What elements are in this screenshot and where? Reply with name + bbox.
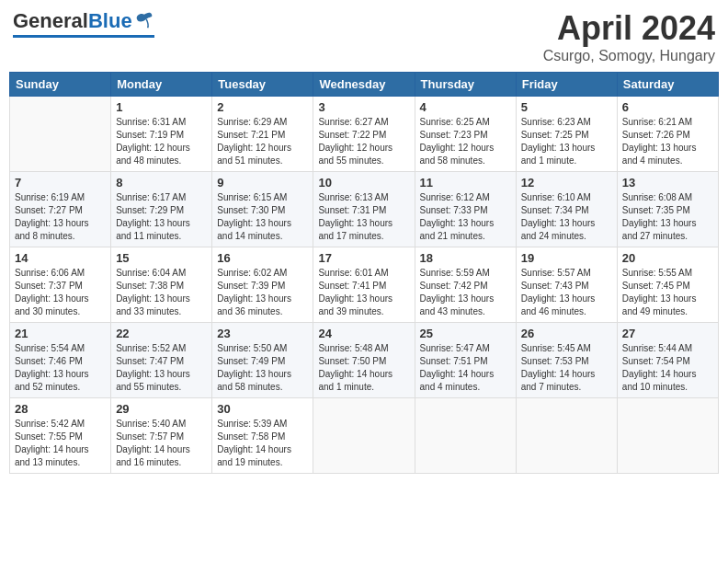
day-info: Sunrise: 6:31 AM Sunset: 7:19 PM Dayligh… bbox=[116, 116, 207, 167]
day-info: Sunrise: 6:25 AM Sunset: 7:23 PM Dayligh… bbox=[420, 116, 511, 167]
day-info: Sunrise: 5:40 AM Sunset: 7:57 PM Dayligh… bbox=[116, 418, 207, 469]
day-number: 10 bbox=[318, 176, 409, 190]
weekday-header-thursday: Thursday bbox=[415, 73, 516, 97]
day-number: 1 bbox=[116, 100, 207, 114]
day-number: 21 bbox=[15, 327, 106, 340]
day-info: Sunrise: 5:44 AM Sunset: 7:54 PM Dayligh… bbox=[622, 342, 713, 394]
day-number: 23 bbox=[217, 327, 308, 340]
day-number: 14 bbox=[15, 251, 106, 265]
day-number: 17 bbox=[318, 251, 409, 265]
calendar-table: SundayMondayTuesdayWednesdayThursdayFrid… bbox=[9, 72, 719, 474]
weekday-header-friday: Friday bbox=[516, 73, 617, 97]
day-info: Sunrise: 6:23 AM Sunset: 7:25 PM Dayligh… bbox=[521, 116, 612, 167]
day-info: Sunrise: 5:48 AM Sunset: 7:50 PM Dayligh… bbox=[318, 342, 409, 394]
day-info: Sunrise: 5:55 AM Sunset: 7:45 PM Dayligh… bbox=[622, 267, 713, 318]
weekday-header-saturday: Saturday bbox=[617, 73, 718, 97]
calendar-cell: 29Sunrise: 5:40 AM Sunset: 7:57 PM Dayli… bbox=[111, 398, 212, 474]
day-info: Sunrise: 5:45 AM Sunset: 7:53 PM Dayligh… bbox=[521, 342, 612, 394]
day-number: 15 bbox=[116, 251, 207, 265]
calendar-cell: 10Sunrise: 6:13 AM Sunset: 7:31 PM Dayli… bbox=[313, 172, 415, 247]
logo-bird-icon bbox=[134, 11, 154, 31]
day-number: 9 bbox=[217, 176, 308, 190]
day-info: Sunrise: 6:27 AM Sunset: 7:22 PM Dayligh… bbox=[318, 116, 409, 167]
calendar-cell: 13Sunrise: 6:08 AM Sunset: 7:35 PM Dayli… bbox=[617, 172, 718, 247]
day-number: 8 bbox=[116, 176, 207, 190]
calendar-cell: 23Sunrise: 5:50 AM Sunset: 7:49 PM Dayli… bbox=[212, 323, 313, 398]
calendar-cell: 6Sunrise: 6:21 AM Sunset: 7:26 PM Daylig… bbox=[617, 97, 718, 172]
title-section: April 2024 Csurgo, Somogy, Hungary bbox=[543, 9, 715, 64]
day-info: Sunrise: 6:04 AM Sunset: 7:38 PM Dayligh… bbox=[116, 267, 207, 318]
page-header: GeneralBlue April 2024 Csurgo, Somogy, H… bbox=[9, 9, 719, 64]
day-number: 4 bbox=[420, 100, 511, 114]
calendar-cell: 15Sunrise: 6:04 AM Sunset: 7:38 PM Dayli… bbox=[111, 247, 212, 323]
calendar-cell: 28Sunrise: 5:42 AM Sunset: 7:55 PM Dayli… bbox=[10, 398, 111, 474]
day-info: Sunrise: 5:47 AM Sunset: 7:51 PM Dayligh… bbox=[420, 342, 511, 394]
weekday-header-sunday: Sunday bbox=[10, 73, 111, 97]
calendar-week-row: 7Sunrise: 6:19 AM Sunset: 7:27 PM Daylig… bbox=[10, 172, 719, 247]
calendar-week-row: 28Sunrise: 5:42 AM Sunset: 7:55 PM Dayli… bbox=[10, 398, 719, 474]
day-info: Sunrise: 5:52 AM Sunset: 7:47 PM Dayligh… bbox=[116, 342, 207, 394]
day-number: 24 bbox=[318, 327, 409, 340]
day-info: Sunrise: 6:21 AM Sunset: 7:26 PM Dayligh… bbox=[622, 116, 713, 167]
calendar-cell: 19Sunrise: 5:57 AM Sunset: 7:43 PM Dayli… bbox=[516, 247, 617, 323]
day-info: Sunrise: 6:15 AM Sunset: 7:30 PM Dayligh… bbox=[217, 191, 308, 243]
calendar-cell: 1Sunrise: 6:31 AM Sunset: 7:19 PM Daylig… bbox=[111, 97, 212, 172]
day-number: 16 bbox=[217, 251, 308, 265]
calendar-cell: 21Sunrise: 5:54 AM Sunset: 7:46 PM Dayli… bbox=[10, 323, 111, 398]
calendar-cell: 27Sunrise: 5:44 AM Sunset: 7:54 PM Dayli… bbox=[617, 323, 718, 398]
day-info: Sunrise: 5:50 AM Sunset: 7:49 PM Dayligh… bbox=[217, 342, 308, 394]
calendar-week-row: 14Sunrise: 6:06 AM Sunset: 7:37 PM Dayli… bbox=[10, 247, 719, 323]
calendar-cell: 8Sunrise: 6:17 AM Sunset: 7:29 PM Daylig… bbox=[111, 172, 212, 247]
day-number: 3 bbox=[318, 100, 409, 114]
day-number: 26 bbox=[521, 327, 612, 340]
calendar-cell: 24Sunrise: 5:48 AM Sunset: 7:50 PM Dayli… bbox=[313, 323, 415, 398]
calendar-cell: 3Sunrise: 6:27 AM Sunset: 7:22 PM Daylig… bbox=[313, 97, 415, 172]
day-info: Sunrise: 6:10 AM Sunset: 7:34 PM Dayligh… bbox=[521, 191, 612, 243]
month-title: April 2024 bbox=[543, 9, 715, 48]
weekday-header-row: SundayMondayTuesdayWednesdayThursdayFrid… bbox=[10, 73, 719, 97]
logo-text: GeneralBlue bbox=[13, 9, 154, 33]
calendar-cell bbox=[516, 398, 617, 474]
calendar-week-row: 21Sunrise: 5:54 AM Sunset: 7:46 PM Dayli… bbox=[10, 323, 719, 398]
calendar-cell: 18Sunrise: 5:59 AM Sunset: 7:42 PM Dayli… bbox=[415, 247, 516, 323]
day-info: Sunrise: 6:17 AM Sunset: 7:29 PM Dayligh… bbox=[116, 191, 207, 243]
calendar-cell: 16Sunrise: 6:02 AM Sunset: 7:39 PM Dayli… bbox=[212, 247, 313, 323]
calendar-cell: 25Sunrise: 5:47 AM Sunset: 7:51 PM Dayli… bbox=[415, 323, 516, 398]
calendar-cell: 7Sunrise: 6:19 AM Sunset: 7:27 PM Daylig… bbox=[10, 172, 111, 247]
day-number: 28 bbox=[15, 402, 106, 416]
day-number: 30 bbox=[217, 402, 308, 416]
day-info: Sunrise: 6:12 AM Sunset: 7:33 PM Dayligh… bbox=[420, 191, 511, 243]
calendar-cell: 30Sunrise: 5:39 AM Sunset: 7:58 PM Dayli… bbox=[212, 398, 313, 474]
day-number: 20 bbox=[622, 251, 713, 265]
day-info: Sunrise: 5:42 AM Sunset: 7:55 PM Dayligh… bbox=[15, 418, 106, 469]
day-number: 27 bbox=[622, 327, 713, 340]
calendar-cell: 11Sunrise: 6:12 AM Sunset: 7:33 PM Dayli… bbox=[415, 172, 516, 247]
day-info: Sunrise: 6:13 AM Sunset: 7:31 PM Dayligh… bbox=[318, 191, 409, 243]
day-info: Sunrise: 6:29 AM Sunset: 7:21 PM Dayligh… bbox=[217, 116, 308, 167]
calendar-cell: 26Sunrise: 5:45 AM Sunset: 7:53 PM Dayli… bbox=[516, 323, 617, 398]
weekday-header-wednesday: Wednesday bbox=[313, 73, 415, 97]
day-number: 19 bbox=[521, 251, 612, 265]
calendar-cell bbox=[617, 398, 718, 474]
logo-blue: Blue bbox=[88, 9, 132, 33]
calendar-cell: 20Sunrise: 5:55 AM Sunset: 7:45 PM Dayli… bbox=[617, 247, 718, 323]
day-number: 11 bbox=[420, 176, 511, 190]
logo-underline bbox=[13, 35, 154, 38]
day-info: Sunrise: 6:06 AM Sunset: 7:37 PM Dayligh… bbox=[15, 267, 106, 318]
calendar-cell: 4Sunrise: 6:25 AM Sunset: 7:23 PM Daylig… bbox=[415, 97, 516, 172]
day-number: 7 bbox=[15, 176, 106, 190]
day-number: 25 bbox=[420, 327, 511, 340]
day-info: Sunrise: 6:01 AM Sunset: 7:41 PM Dayligh… bbox=[318, 267, 409, 318]
day-number: 18 bbox=[420, 251, 511, 265]
day-number: 13 bbox=[622, 176, 713, 190]
day-info: Sunrise: 6:08 AM Sunset: 7:35 PM Dayligh… bbox=[622, 191, 713, 243]
logo: GeneralBlue bbox=[13, 9, 154, 38]
day-info: Sunrise: 5:59 AM Sunset: 7:42 PM Dayligh… bbox=[420, 267, 511, 318]
day-info: Sunrise: 5:57 AM Sunset: 7:43 PM Dayligh… bbox=[521, 267, 612, 318]
calendar-week-row: 1Sunrise: 6:31 AM Sunset: 7:19 PM Daylig… bbox=[10, 97, 719, 172]
calendar-cell: 2Sunrise: 6:29 AM Sunset: 7:21 PM Daylig… bbox=[212, 97, 313, 172]
logo-general: General bbox=[13, 9, 88, 33]
calendar-cell bbox=[313, 398, 415, 474]
calendar-cell bbox=[415, 398, 516, 474]
calendar-cell: 5Sunrise: 6:23 AM Sunset: 7:25 PM Daylig… bbox=[516, 97, 617, 172]
